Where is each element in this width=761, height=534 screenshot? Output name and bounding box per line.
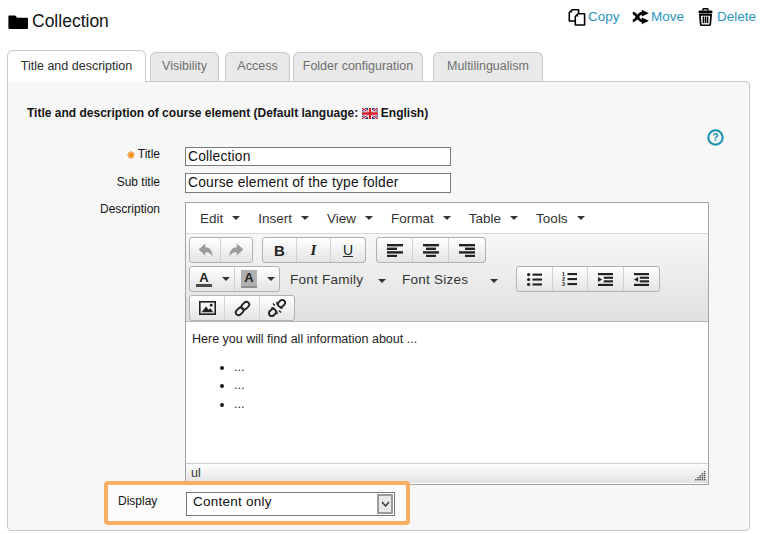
svg-text:3: 3 bbox=[562, 281, 565, 286]
svg-text:?: ? bbox=[712, 131, 718, 143]
